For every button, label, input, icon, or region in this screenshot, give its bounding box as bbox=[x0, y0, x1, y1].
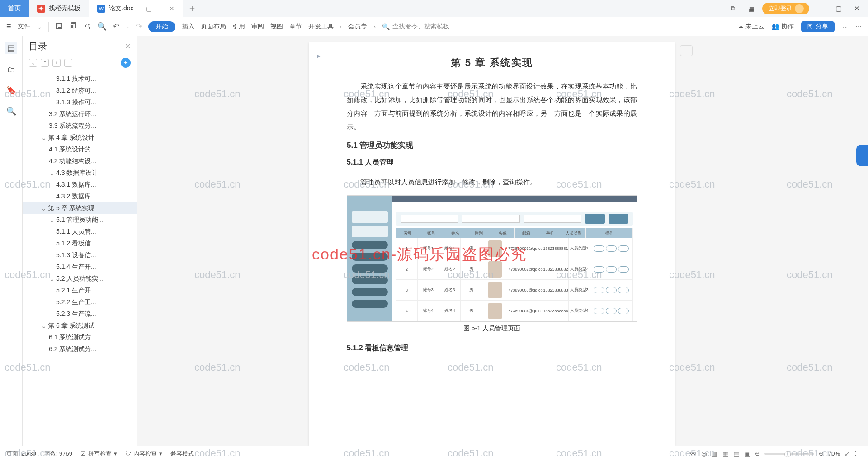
outline-item[interactable]: 6.2 系统测试分... bbox=[23, 343, 137, 355]
zoom-out-icon[interactable]: ⊖ bbox=[755, 450, 760, 457]
layout4-icon[interactable]: ▣ bbox=[744, 450, 750, 458]
ribbon-chapter[interactable]: 章节 bbox=[289, 23, 302, 31]
layout2-icon[interactable]: ▦ bbox=[722, 450, 729, 458]
zoom-slider[interactable] bbox=[764, 453, 814, 455]
bookmark-icon[interactable]: 🔖 bbox=[6, 85, 16, 95]
ribbon-dev[interactable]: 开发工具 bbox=[308, 23, 334, 31]
layout3-icon[interactable]: ▤ bbox=[733, 450, 740, 458]
find-icon[interactable]: 🔍 bbox=[6, 106, 16, 116]
window-close-icon[interactable]: ✕ bbox=[850, 5, 863, 13]
outline-item[interactable]: 5.2.3 生产流... bbox=[23, 308, 137, 320]
new-tab-button[interactable]: ＋ bbox=[183, 0, 201, 17]
print-icon[interactable]: 🖨 bbox=[83, 22, 91, 31]
cloud-status[interactable]: ☁ 未上云 bbox=[737, 23, 764, 31]
document-canvas: ▸ 第 5 章 系统实现 系统实现这个章节的内容主要还是展示系统的功能界面设计效… bbox=[137, 36, 868, 446]
ribbon: ≡ 文件⌄ 🖫 🗐 🖨 🔍 ↶⌄ ↷ 开始 插入 页面布局 引用 审阅 视图 章… bbox=[0, 17, 868, 36]
tab-document[interactable]: W论文.doc▢✕ bbox=[89, 0, 183, 17]
tab-home[interactable]: 首页 bbox=[0, 0, 29, 17]
status-page[interactable]: 页面: 20/30 bbox=[6, 450, 36, 458]
ribbon-prev-icon[interactable]: ‹ bbox=[340, 23, 342, 30]
outline-item[interactable]: 4.3.1 数据库... bbox=[23, 179, 137, 191]
outline-ai-icon[interactable]: ✦ bbox=[121, 58, 131, 68]
outline-item[interactable]: ⌄5.1 管理员功能... bbox=[23, 214, 137, 226]
read-mode-icon[interactable]: 👁 bbox=[690, 450, 697, 457]
ribbon-ref[interactable]: 引用 bbox=[232, 23, 245, 31]
ribbon-more-icon[interactable]: ⋯ bbox=[855, 23, 862, 30]
fit-width-icon[interactable]: ⤢ bbox=[844, 450, 850, 458]
page-marker-icon: ▸ bbox=[317, 52, 321, 60]
outline-remove-icon[interactable]: − bbox=[64, 59, 72, 67]
outline-item[interactable]: ⌄第 5 章 系统实现 bbox=[23, 202, 137, 214]
tab-close-icon[interactable]: ✕ bbox=[169, 5, 175, 12]
doc-p2: 管理员可以对人员信息进行添加，修改，删除，查询操作。 bbox=[347, 175, 637, 189]
outline-item[interactable]: 3.1.3 操作可... bbox=[23, 97, 137, 108]
focus-mode-icon[interactable]: ◎ bbox=[701, 450, 707, 458]
outline-item[interactable]: ⌄4.3 数据库设计 bbox=[23, 167, 137, 179]
clipboard-icon[interactable]: 🗂 bbox=[7, 65, 15, 75]
collab-button[interactable]: 👥 协作 bbox=[772, 23, 794, 31]
preview-icon[interactable]: 🔍 bbox=[97, 22, 107, 31]
undo-icon[interactable]: ↶ bbox=[113, 22, 119, 31]
zoom-value[interactable]: 70% bbox=[828, 450, 840, 457]
outline-item[interactable]: ⌄5.2 人员功能实... bbox=[23, 273, 137, 285]
outline-item[interactable]: 4.2 功能结构设... bbox=[23, 155, 137, 167]
login-button[interactable]: 立即登录 bbox=[762, 3, 809, 14]
right-rail bbox=[675, 36, 697, 446]
layout1-icon[interactable]: ▥ bbox=[712, 450, 718, 458]
compat-mode[interactable]: 兼容模式 bbox=[170, 450, 194, 458]
file-menu[interactable]: 文件 bbox=[18, 23, 30, 31]
save-icon[interactable]: 🖫 bbox=[55, 22, 63, 31]
outline-item[interactable]: 6.1 系统测试方... bbox=[23, 332, 137, 343]
zoom-in-icon[interactable]: ⊕ bbox=[819, 450, 824, 457]
tab-templates[interactable]: ✦找稻壳模板 bbox=[29, 0, 89, 17]
ribbon-review[interactable]: 审阅 bbox=[251, 23, 264, 31]
outline-item[interactable]: 4.1 系统设计的... bbox=[23, 144, 137, 155]
apps-icon[interactable]: ▦ bbox=[744, 5, 758, 12]
outline-item[interactable]: 5.2.2 生产工... bbox=[23, 296, 137, 308]
tab-bar: 首页 ✦找稻壳模板 W论文.doc▢✕ ＋ ⧉ ▦ 立即登录 — ▢ ✕ bbox=[0, 0, 868, 17]
right-rail-toggle-icon[interactable] bbox=[680, 45, 693, 56]
ribbon-layout[interactable]: 页面布局 bbox=[201, 23, 226, 31]
ribbon-next-icon[interactable]: › bbox=[373, 23, 376, 30]
outline-item[interactable]: 5.1.1 人员管... bbox=[23, 226, 137, 238]
outline-item[interactable]: 5.1.4 生产开... bbox=[23, 261, 137, 273]
share-button[interactable]: ⇱分享 bbox=[801, 21, 835, 32]
outline-icon[interactable]: ▤ bbox=[5, 42, 17, 54]
content-check[interactable]: 🛡 内容检查 ▾ bbox=[125, 450, 162, 458]
ribbon-start[interactable]: 开始 bbox=[148, 21, 175, 32]
tab-popout-icon[interactable]: ▢ bbox=[146, 5, 152, 12]
command-search[interactable]: 🔍查找命令、搜索模板 bbox=[382, 23, 449, 31]
layout-icon[interactable]: ⧉ bbox=[726, 5, 740, 12]
doc-p1: 系统实现这个章节的内容主要还是展示系统的功能界面设计效果，在实现系统基本功能，比… bbox=[347, 80, 637, 134]
outline-item[interactable]: 3.1.2 经济可... bbox=[23, 85, 137, 97]
outline-item[interactable]: ⌄第 6 章 系统测试 bbox=[23, 320, 137, 332]
outline-item[interactable]: 5.1.3 设备信... bbox=[23, 249, 137, 261]
window-minimize-icon[interactable]: — bbox=[814, 5, 827, 12]
doc-h3b: 5.1.2 看板信息管理 bbox=[347, 343, 637, 353]
outline-expand-all-icon[interactable]: ⌃ bbox=[41, 59, 49, 67]
outline-add-icon[interactable]: + bbox=[52, 59, 61, 67]
ribbon-view[interactable]: 视图 bbox=[270, 23, 283, 31]
side-handle[interactable] bbox=[856, 145, 868, 166]
save-as-icon[interactable]: 🗐 bbox=[69, 22, 77, 31]
ribbon-collapse-icon[interactable]: ︿ bbox=[842, 23, 848, 31]
outline-collapse-all-icon[interactable]: ⌄ bbox=[29, 59, 37, 67]
outline-item[interactable]: 3.2 系统运行环... bbox=[23, 108, 137, 120]
status-words[interactable]: 字数: 9769 bbox=[44, 450, 72, 458]
outline-title: 目录 bbox=[29, 40, 47, 52]
outline-item[interactable]: 4.3.2 数据库... bbox=[23, 191, 137, 202]
outline-item[interactable]: 5.1.2 看板信... bbox=[23, 238, 137, 249]
outline-item[interactable]: 3.1.1 技术可... bbox=[23, 73, 137, 85]
redo-icon[interactable]: ↷ bbox=[136, 22, 142, 31]
fullscreen-icon[interactable]: ⛶ bbox=[855, 450, 862, 457]
ribbon-insert[interactable]: 插入 bbox=[182, 23, 194, 31]
outline-item[interactable]: ⌄第 4 章 系统设计 bbox=[23, 132, 137, 144]
document-page: ▸ 第 5 章 系统实现 系统实现这个章节的内容主要还是展示系统的功能界面设计效… bbox=[309, 42, 675, 446]
ribbon-member[interactable]: 会员专 bbox=[348, 23, 367, 31]
outline-close-icon[interactable]: ✕ bbox=[125, 42, 131, 51]
window-maximize-icon[interactable]: ▢ bbox=[832, 5, 845, 13]
hamburger-icon[interactable]: ≡ bbox=[6, 22, 11, 31]
spell-check[interactable]: ☑ 拼写检查 ▾ bbox=[80, 450, 117, 458]
outline-item[interactable]: 5.2.1 生产开... bbox=[23, 285, 137, 296]
outline-item[interactable]: 3.3 系统流程分... bbox=[23, 120, 137, 132]
